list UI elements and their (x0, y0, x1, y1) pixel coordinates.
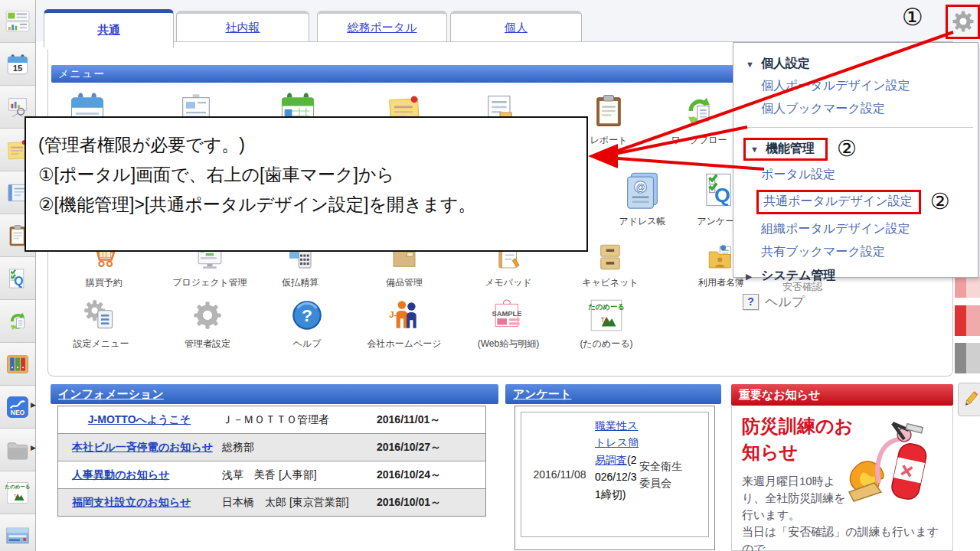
dropdown-section-10[interactable]: ▶システム管理 (733, 264, 978, 287)
info-author-cell: Ｊ－ＭＯＴＴＯ管理者 (220, 410, 366, 430)
workflow-icon (653, 91, 745, 131)
sidebar-item-10[interactable]: NEO▶ (0, 386, 35, 429)
dropdown-item-label: 個人ポータルデザイン設定 (761, 79, 910, 92)
menu-app-tile[interactable]: ?ヘルプ (261, 296, 353, 350)
dropdown-help-item[interactable]: ?ヘルプ (733, 287, 978, 311)
info-link[interactable]: J-MOTTOへようこそ (88, 413, 191, 425)
menu-app-label: (Web給与明細) (462, 337, 554, 350)
binders-icon (5, 351, 31, 377)
info-author-cell: 日本橋 太郎 [東京営業部] (220, 493, 366, 513)
dropdown-item-9[interactable]: 共有ブックマーク設定 (733, 241, 978, 264)
menu-app-label: 備品管理 (358, 276, 450, 289)
dropdown-section-label: システム管理 (761, 269, 836, 282)
sidebar-item-8[interactable] (0, 300, 35, 343)
svg-text:Q: Q (714, 184, 730, 207)
svg-text:TA: TA (601, 316, 609, 324)
chevron-icon: ▶ (746, 272, 761, 282)
company-icon: J- (358, 296, 450, 334)
gear-list-icon (55, 296, 147, 334)
neo-icon: NEO (5, 394, 31, 420)
info-title-cell: J-MOTTOへようこそ (58, 406, 220, 433)
menu-app-tile[interactable]: 管理者設定 (162, 296, 253, 350)
dropdown-item-label: 共有ブックマーク設定 (761, 245, 885, 258)
survey-item: 職業性ストレス簡易調査(2026/12/31締切) (595, 417, 639, 532)
menu-app-label: メモパッド (462, 276, 554, 289)
annotation-step1: ① (902, 3, 923, 31)
tab-1[interactable]: 共通 (44, 9, 174, 47)
information-title-link[interactable]: インフォメーション (58, 387, 164, 400)
menu-app-tile[interactable]: SAMPLE(Web給与明細) (462, 296, 554, 350)
menu-app-tile[interactable]: 設定メニュー (55, 296, 147, 350)
menu-app-label: (たのめーる) (560, 337, 652, 350)
svg-text:たのめーる: たのめーる (5, 484, 30, 490)
callout-line: ①[ポータル]画面で、右上の[歯車マーク]から (38, 160, 586, 190)
chevron-icon: ▼ (746, 145, 766, 154)
sidebar-item-13[interactable] (0, 514, 35, 551)
dropdown-item-6[interactable]: ポータル設定 (733, 164, 978, 187)
instruction-callout: (管理者権限が必要です。) ①[ポータル]画面で、右上の[歯車マーク]から ②[… (24, 116, 588, 252)
banner-icon (5, 523, 31, 549)
information-table: J-MOTTOへようこそＪ－ＭＯＴＴＯ管理者2016/11/01～本社ビル一斉停… (57, 406, 486, 517)
pencil-icon (961, 390, 979, 409)
dropdown-item-2[interactable]: 個人ポータルデザイン設定 (733, 75, 978, 98)
survey-table: 2016/11/08 職業性ストレス簡易調査(2026/12/31締切) 安全衛… (514, 406, 715, 550)
annotation-box: 共通ポータルデザイン設定 (756, 190, 921, 214)
menu-app-tile[interactable]: たのめーるTA(たのめーる) (560, 296, 652, 350)
edit-pencil-button[interactable] (958, 383, 980, 416)
info-title-cell: 人事異動のお知らせ (58, 461, 220, 488)
sidebar-item-12[interactable]: たのめーるTA (0, 471, 35, 514)
tab-3[interactable]: 総務ポータル (317, 11, 447, 41)
tanomeru-icon: たのめーるTA (560, 296, 652, 334)
info-date-cell: 2016/10/01～ (366, 496, 481, 510)
calendar-icon: 15 (5, 51, 31, 77)
sidebar-item-1[interactable] (0, 0, 35, 43)
tab-2[interactable]: 社内報 (176, 11, 309, 41)
clipped-widget-block (955, 343, 980, 373)
survey-date: 2016/11/08 (524, 417, 595, 532)
tab-4[interactable]: 個人 (450, 11, 582, 41)
sample-pay-icon: SAMPLE (462, 296, 554, 334)
annotation-step2: ② (930, 189, 950, 214)
important-notice-header: 重要なお知らせ (731, 384, 953, 406)
dropdown-item-7[interactable]: 共通ポータルデザイン設定② (733, 187, 978, 218)
dropdown-item-3[interactable]: 個人ブックマーク設定 (733, 98, 978, 121)
info-link[interactable]: 本社ビル一斉停電のお知らせ (72, 441, 213, 453)
svg-text:?: ? (302, 305, 312, 325)
callout-line: ②[機能管理]>[共通ポータルデザイン設定]を開きます。 (38, 190, 586, 220)
menu-app-tile[interactable]: J-会社ホームページ (358, 296, 450, 350)
dropdown-item-label: 個人ブックマーク設定 (761, 102, 885, 115)
info-link[interactable]: 福岡支社設立のお知らせ (72, 496, 191, 508)
menu-app-label: キャビネット (564, 276, 656, 289)
menu-app-label: 購買予約 (58, 276, 150, 289)
table-row: 本社ビル一斉停電のお知らせ総務部2016/10/27～ (58, 433, 485, 461)
sidebar-item-9[interactable] (0, 343, 35, 386)
menu-app-label: ワークフロー (653, 134, 745, 147)
expand-arrow-icon[interactable]: ▶ (31, 444, 36, 452)
sidebar-item-2[interactable]: 15 (0, 43, 35, 86)
info-date-cell: 2016/11/01～ (366, 413, 481, 427)
info-link[interactable]: 人事異動のお知らせ (72, 468, 169, 481)
menu-app-label: 管理者設定 (162, 337, 253, 350)
menu-app-label: 設定メニュー (55, 337, 147, 350)
survey-title-link[interactable]: アンケート (513, 387, 571, 400)
dropdown-section-5[interactable]: ▼機能管理② (733, 134, 978, 164)
dropdown-item-label: 組織ポータルデザイン設定 (761, 222, 910, 235)
svg-text:@: @ (635, 182, 645, 193)
workflow-icon (5, 308, 31, 334)
svg-text:SAMPLE: SAMPLE (492, 310, 521, 318)
svg-text:NEO: NEO (11, 408, 25, 416)
dropdown-section-1[interactable]: ▼個人設定 (733, 52, 978, 75)
svg-text:Q: Q (14, 275, 23, 288)
tab-label: 個人 (505, 21, 528, 35)
menu-app-tile[interactable]: ワークフロー (653, 91, 745, 147)
tab-label: 社内報 (226, 21, 260, 35)
sidebar-item-7[interactable]: Q (0, 257, 35, 300)
menu-panel-title: メニュー (58, 67, 105, 80)
sidebar-item-11[interactable]: ▶ (0, 429, 35, 471)
dropdown-item-8[interactable]: 組織ポータルデザイン設定 (733, 218, 978, 241)
portal-icon (5, 8, 31, 34)
info-title-cell: 福岡支社設立のお知らせ (58, 489, 220, 516)
expand-arrow-icon[interactable]: ▶ (31, 401, 36, 409)
svg-text:たのめーる: たのめーる (588, 303, 625, 311)
dropdown-section-label: 機能管理 (766, 142, 815, 155)
